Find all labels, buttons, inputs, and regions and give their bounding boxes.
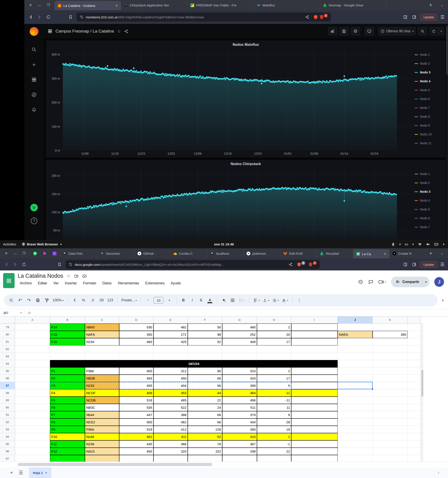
cell-B94[interactable]: F10 [50,433,85,440]
col-header-I[interactable]: I [291,316,338,324]
browser-tab-chirpstack-application-ser[interactable]: ◠ChirpStack Application Ser [121,0,187,10]
legend-item-nodo-4[interactable]: Nodo 4 [413,196,444,205]
zoom-out-time-icon[interactable] [418,27,427,35]
cell-A86[interactable] [15,375,50,382]
cell-K91[interactable] [373,411,408,418]
row-header-89[interactable]: 89 [0,396,15,404]
cell-C87[interactable]: N233 [85,382,119,389]
horizontal-scrollbar[interactable] [0,462,448,467]
sheets-logo-icon[interactable]: ⊞ [3,273,15,288]
bold-button[interactable]: B [180,297,186,304]
cell-I95[interactable] [291,440,338,448]
cell-E90[interactable]: 522 [153,404,188,411]
cell-F82[interactable] [188,346,222,353]
strikethrough-button[interactable]: S [198,297,204,304]
cell-L93[interactable] [408,426,421,433]
scatter-plot[interactable] [62,49,412,151]
side-panel-icon[interactable] [411,262,417,267]
name-box[interactable]: J87▾ [0,309,24,316]
legend-item-nodo-5[interactable]: Nodo 5 [413,205,444,214]
format-currency-button[interactable]: € [72,297,78,304]
menu-datos[interactable]: Datos [100,280,114,286]
cell-J94[interactable] [338,433,373,440]
time-range-picker[interactable]: Últimos 90 días ▾ [378,27,416,35]
cell-B96[interactable]: F12 [50,448,85,455]
cell-H87[interactable]: 5 [257,382,291,389]
help-icon[interactable]: ? [31,218,37,224]
cell-K82[interactable] [373,346,408,353]
cell-A80[interactable] [15,331,50,338]
comments-icon[interactable] [368,279,374,285]
cell-C94[interactable]: Ncdd [85,433,119,440]
scatter-plot[interactable] [62,168,412,240]
cell-J82[interactable] [338,346,373,353]
text-color-button[interactable]: A [207,297,213,304]
cell-C91[interactable]: Nb44 [85,411,119,418]
cell-E89[interactable]: 485 [153,396,188,404]
cell-L79[interactable] [408,324,421,331]
col-header-C[interactable]: C [85,316,119,324]
browser-tab-la-catalina-grafana[interactable]: La Catalina - Grafana✕ [55,1,121,10]
cell-B85[interactable]: F1 [50,367,85,375]
cell-H95[interactable]: -1 [257,440,291,448]
add-panel-button[interactable] [328,27,337,35]
cell-K88[interactable] [373,389,408,396]
menu-ver[interactable]: Ver [51,280,61,286]
cell-J88[interactable] [338,389,373,396]
show-side-panel-icon[interactable]: ‹ [438,471,439,475]
accessibility-menu-caret[interactable]: ▼ [399,243,401,246]
grafana-logo[interactable] [30,27,38,36]
legend-item-nodo-6[interactable]: Nodo 6 [413,94,444,103]
version-history-icon[interactable] [358,279,363,285]
cell-K80[interactable]: 350 [373,331,408,338]
cell-A81[interactable] [15,338,50,346]
row-header-81[interactable]: 81 [0,338,15,346]
cell-A92[interactable] [15,418,50,426]
cell-B86[interactable]: F2 [50,375,85,382]
cell-L86[interactable] [408,375,421,382]
cell-G83[interactable] [222,353,257,360]
cell-D92[interactable]: 500 [119,418,153,426]
cell-F85[interactable]: 90 [188,367,222,375]
cell-K89[interactable] [373,396,408,404]
browser-tab-documen[interactable]: ✦Documen [97,248,135,258]
tab-search-icon[interactable]: ⌄ [436,0,448,10]
cell-F86[interactable]: 60 [188,375,222,382]
cell-H88[interactable]: -11 [257,389,291,396]
cell-H81[interactable]: 17 [257,338,291,346]
site-settings-icon[interactable] [68,263,73,266]
legend-item-nodo-6[interactable]: Nodo 6 [413,214,444,223]
cell-E96[interactable]: 320 [153,448,188,455]
cell-G86[interactable]: 433 [222,375,257,382]
row-header-94[interactable]: 94 [0,433,15,440]
cell-I86[interactable] [291,375,338,382]
cell-B90[interactable]: F6 [50,404,85,411]
battery-icon[interactable] [434,242,439,246]
cell-A93[interactable] [15,426,50,433]
cell-D83[interactable] [119,353,153,360]
borders-button[interactable] [230,297,235,304]
cell-I93[interactable] [291,426,338,433]
cell-I80[interactable] [291,331,338,338]
cell-E92[interactable]: 462 [153,418,188,426]
cell-K81[interactable] [373,338,408,346]
bookmark-icon[interactable] [68,14,74,20]
wifi-icon[interactable] [418,242,422,246]
cell-A87[interactable] [15,382,50,389]
cell-L96[interactable] [408,448,421,455]
paint-format-icon[interactable] [44,297,49,304]
dashboard-title[interactable]: Campos Freomap / La Catalina [55,29,114,34]
star-document-icon[interactable]: ☆ [67,273,71,278]
legend-item-nodo-4[interactable]: Nodo 4 [413,77,444,86]
cell-C95[interactable]: N238 [85,440,119,448]
menu-ayuda[interactable]: Ayuda [168,280,183,286]
cell-I85[interactable] [291,367,338,375]
collapse-toolbar-icon[interactable]: ∧ [442,298,444,302]
cell-C90[interactable]: NB3C [85,404,119,411]
legend-item-nodo-3[interactable]: Nodo 3 [413,187,444,196]
cell-A85[interactable] [15,367,50,375]
row-header-97[interactable]: 97 [0,455,15,462]
row-header-93[interactable]: 93 [0,426,15,433]
cell-I96[interactable] [291,448,338,455]
vertical-align-button[interactable]: ▾ [263,297,269,304]
